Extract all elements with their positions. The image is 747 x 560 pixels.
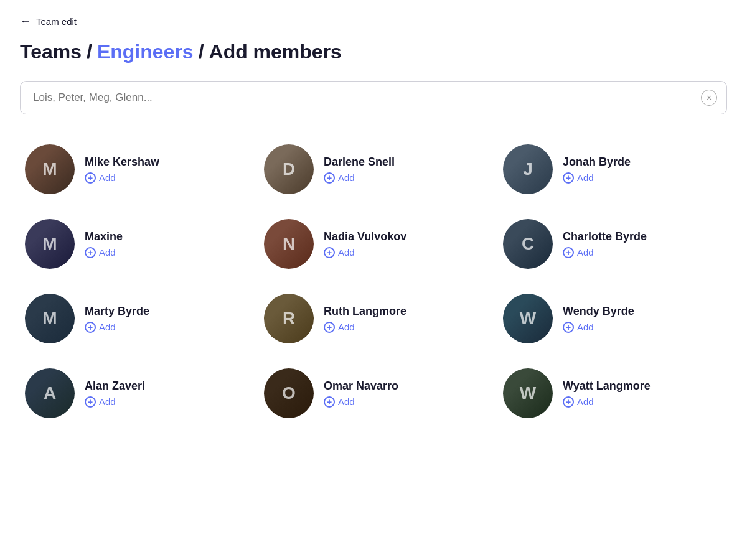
- add-member-button[interactable]: + Add: [85, 396, 145, 408]
- member-item: O Omar Navarro + Add: [259, 358, 488, 428]
- add-label: Add: [577, 322, 594, 332]
- member-name: Wendy Byrde: [563, 305, 634, 318]
- add-icon: +: [563, 247, 574, 258]
- add-member-button[interactable]: + Add: [85, 172, 159, 184]
- avatar-initial: W: [503, 368, 553, 418]
- member-info: Nadia Vulvokov + Add: [324, 230, 406, 258]
- breadcrumb-sep-1: /: [87, 40, 92, 63]
- add-label: Add: [338, 322, 355, 332]
- add-member-button[interactable]: + Add: [324, 247, 406, 258]
- member-info: Alan Zaveri + Add: [85, 380, 145, 408]
- member-name: Maxine: [85, 230, 123, 243]
- add-member-button[interactable]: + Add: [324, 322, 406, 333]
- avatar: W: [503, 368, 553, 418]
- avatar: N: [264, 219, 314, 269]
- add-member-button[interactable]: + Add: [563, 322, 634, 333]
- member-info: Mike Kershaw + Add: [85, 156, 159, 184]
- avatar-initial: C: [503, 219, 553, 269]
- breadcrumb-engineers[interactable]: Engineers: [97, 40, 194, 63]
- avatar: M: [25, 219, 75, 269]
- member-item: M Mike Kershaw + Add: [20, 134, 249, 204]
- add-icon: +: [324, 172, 335, 184]
- add-icon: +: [324, 396, 335, 408]
- add-member-button[interactable]: + Add: [324, 396, 398, 408]
- avatar-initial: N: [264, 219, 314, 269]
- add-member-button[interactable]: + Add: [563, 247, 647, 258]
- member-name: Wyatt Langmore: [563, 380, 651, 393]
- add-icon: +: [563, 396, 574, 408]
- breadcrumb-teams: Teams: [20, 40, 82, 63]
- member-info: Jonah Byrde + Add: [563, 156, 631, 184]
- member-info: Wendy Byrde + Add: [563, 305, 634, 333]
- avatar: C: [503, 219, 553, 269]
- member-item: C Charlotte Byrde + Add: [498, 209, 727, 279]
- member-info: Darlene Snell + Add: [324, 156, 395, 184]
- member-name: Omar Navarro: [324, 380, 398, 393]
- avatar: D: [264, 144, 314, 194]
- member-item: N Nadia Vulvokov + Add: [259, 209, 488, 279]
- member-info: Charlotte Byrde + Add: [563, 230, 647, 258]
- member-item: M Maxine + Add: [20, 209, 249, 279]
- member-name: Ruth Langmore: [324, 305, 406, 318]
- avatar: J: [503, 144, 553, 194]
- member-name: Jonah Byrde: [563, 156, 631, 169]
- add-member-button[interactable]: + Add: [563, 172, 631, 184]
- avatar: O: [264, 368, 314, 418]
- add-label: Add: [338, 396, 355, 407]
- add-label: Add: [577, 172, 594, 183]
- avatar-initial: D: [264, 144, 314, 194]
- add-member-button[interactable]: + Add: [85, 322, 149, 333]
- avatar: A: [25, 368, 75, 418]
- add-member-button[interactable]: + Add: [563, 396, 651, 408]
- avatar-initial: M: [25, 144, 75, 194]
- add-member-button[interactable]: + Add: [85, 247, 123, 258]
- search-container: ×: [20, 81, 727, 114]
- member-name: Alan Zaveri: [85, 380, 145, 393]
- member-name: Mike Kershaw: [85, 156, 159, 169]
- add-label: Add: [99, 247, 116, 258]
- back-link[interactable]: ← Team edit: [20, 15, 727, 28]
- add-icon: +: [324, 247, 335, 258]
- avatar-initial: R: [264, 294, 314, 343]
- search-input[interactable]: [20, 81, 727, 114]
- member-info: Marty Byrde + Add: [85, 305, 149, 333]
- add-label: Add: [338, 247, 355, 258]
- avatar-initial: M: [25, 294, 75, 343]
- breadcrumb-add-members: Add members: [209, 40, 342, 63]
- add-icon: +: [85, 172, 96, 184]
- avatar: M: [25, 294, 75, 343]
- add-label: Add: [99, 172, 116, 183]
- back-link-label: Team edit: [36, 16, 77, 27]
- add-icon: +: [85, 247, 96, 258]
- add-icon: +: [324, 322, 335, 333]
- member-item: W Wyatt Langmore + Add: [498, 358, 727, 428]
- avatar-initial: A: [25, 368, 75, 418]
- avatar-initial: W: [503, 294, 553, 343]
- add-label: Add: [577, 396, 594, 407]
- member-item: A Alan Zaveri + Add: [20, 358, 249, 428]
- add-label: Add: [577, 247, 594, 258]
- avatar: R: [264, 294, 314, 343]
- add-member-button[interactable]: + Add: [324, 172, 395, 184]
- member-item: D Darlene Snell + Add: [259, 134, 488, 204]
- member-name: Charlotte Byrde: [563, 230, 647, 243]
- avatar: M: [25, 144, 75, 194]
- member-info: Omar Navarro + Add: [324, 380, 398, 408]
- member-item: R Ruth Langmore + Add: [259, 284, 488, 353]
- breadcrumb: Teams / Engineers / Add members: [20, 40, 727, 63]
- search-clear-button[interactable]: ×: [701, 90, 717, 106]
- member-name: Darlene Snell: [324, 156, 395, 169]
- add-icon: +: [85, 322, 96, 333]
- member-info: Ruth Langmore + Add: [324, 305, 406, 333]
- add-label: Add: [99, 322, 116, 332]
- member-item: J Jonah Byrde + Add: [498, 134, 727, 204]
- member-item: M Marty Byrde + Add: [20, 284, 249, 353]
- member-name: Marty Byrde: [85, 305, 149, 318]
- member-info: Maxine + Add: [85, 230, 123, 258]
- avatar: W: [503, 294, 553, 343]
- add-icon: +: [85, 396, 96, 408]
- breadcrumb-sep-2: /: [199, 40, 204, 63]
- add-icon: +: [563, 322, 574, 333]
- add-label: Add: [99, 396, 116, 407]
- member-item: W Wendy Byrde + Add: [498, 284, 727, 353]
